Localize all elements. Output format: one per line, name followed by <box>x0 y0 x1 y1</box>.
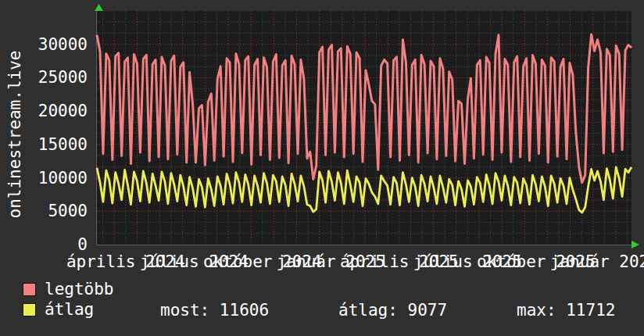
y-axis-arrow-up-icon <box>95 4 103 11</box>
rrd-graph: onlinestream.live legtöbb átlag most: 11… <box>0 0 644 336</box>
y-axis-tick-label: 5000 <box>23 202 88 220</box>
legend-swatch-legtobb-icon <box>23 283 36 296</box>
legend-swatch-atlag-icon <box>23 303 36 316</box>
legend-label-atlag: átlag <box>45 302 94 318</box>
x-axis-arrow-right-icon <box>631 241 639 248</box>
stat-most: most: 11606 <box>160 302 269 319</box>
graph-vertical-title: onlinestream.live <box>5 51 24 219</box>
stat-max: max: 11712 <box>517 302 615 319</box>
legend-label-legtobb: legtöbb <box>45 281 114 298</box>
y-axis-tick-label: 30000 <box>23 35 88 54</box>
y-axis-tick-label: 15000 <box>23 135 88 154</box>
y-axis-tick-label: 10000 <box>23 169 88 188</box>
x-axis-tick-label: január 2026 <box>510 252 644 271</box>
stat-atlag: átlag: 9077 <box>338 302 447 319</box>
y-axis-tick-label: 20000 <box>23 102 88 120</box>
y-axis-tick-label: 0 <box>23 235 88 254</box>
y-axis-tick-label: 25000 <box>23 68 88 87</box>
